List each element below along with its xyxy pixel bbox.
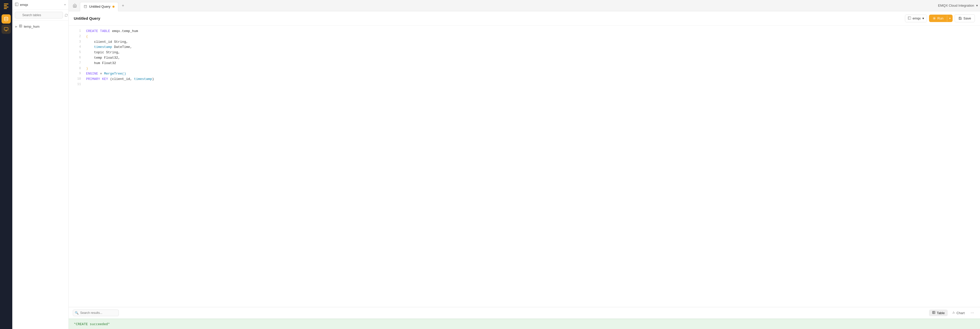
- code-content: ): [86, 66, 975, 72]
- nav-database-icon[interactable]: [2, 14, 11, 24]
- results-area: 🔍 Table: [68, 307, 980, 329]
- app-title-chevron: ▾: [976, 3, 978, 8]
- save-button[interactable]: Save: [955, 14, 975, 22]
- code-line-5: 5 topic String,: [68, 50, 980, 56]
- line-number: 6: [74, 56, 81, 60]
- top-bar: Untitled Query + EMQX Cloud Integration …: [68, 0, 980, 11]
- line-number: 9: [74, 71, 81, 76]
- db-sidebar-header: emqx ▾: [12, 0, 68, 10]
- line-number: 10: [74, 76, 81, 81]
- query-db-chevron: ▾: [923, 16, 924, 20]
- db-name-label: emqx: [20, 3, 28, 7]
- svg-rect-4: [19, 25, 22, 27]
- row-expand-icon: ▶: [15, 25, 18, 28]
- table-tab-icon: [932, 311, 935, 315]
- new-tab-button[interactable]: +: [119, 2, 127, 9]
- nav-message-icon[interactable]: [2, 25, 11, 34]
- line-number: 4: [74, 45, 81, 49]
- icon-bar: [0, 0, 12, 329]
- code-content: CREATE TABLE emqx.temp_hum: [86, 29, 975, 34]
- svg-rect-1: [4, 27, 8, 30]
- svg-rect-14: [932, 312, 935, 314]
- chart-tab-icon: [952, 311, 955, 315]
- code-editor[interactable]: 1 CREATE TABLE emqx.temp_hum 2 ( 3 clien…: [68, 25, 980, 307]
- icon-bar-nav: [0, 14, 12, 34]
- results-toolbar: 🔍 Table: [68, 307, 980, 319]
- results-more-button[interactable]: ···: [969, 309, 976, 316]
- chart-view-tab[interactable]: Chart: [949, 310, 968, 316]
- query-area: Untitled Query emqx ▾: [68, 11, 980, 329]
- chart-tab-label: Chart: [956, 311, 965, 315]
- app-title-area[interactable]: EMQX Cloud Integration ▾: [938, 3, 978, 8]
- code-line-3: 3 client_id String,: [68, 40, 980, 45]
- code-content: topic String,: [86, 50, 975, 56]
- search-tables-input[interactable]: [15, 12, 63, 19]
- table-name-label: temp_hum: [24, 25, 40, 29]
- results-search-wrap: 🔍: [73, 310, 119, 316]
- home-button[interactable]: [71, 2, 79, 10]
- query-tab[interactable]: Untitled Query: [80, 2, 118, 11]
- query-db-icon: [908, 16, 911, 21]
- tab-label: Untitled Query: [89, 5, 110, 8]
- query-title: Untitled Query: [74, 16, 905, 21]
- run-button[interactable]: Run ▾: [929, 14, 953, 22]
- line-number: 1: [74, 29, 81, 33]
- save-label: Save: [963, 16, 971, 20]
- table-tab-label: Table: [937, 311, 945, 315]
- code-content: client_id String,: [86, 40, 975, 45]
- query-actions: emqx ▾ Run ▾: [905, 14, 975, 22]
- line-number: 8: [74, 66, 81, 71]
- query-db-selector[interactable]: emqx ▾: [905, 14, 927, 22]
- refresh-button[interactable]: [65, 12, 68, 19]
- code-content: PRIMARY KEY (client_id, timestamp): [86, 76, 975, 82]
- svg-rect-10: [908, 17, 911, 19]
- table-search-wrap: 🔍: [15, 12, 63, 19]
- tab-modified-dot: [113, 6, 115, 8]
- db-icon: [15, 3, 18, 7]
- table-list: ▶ temp_hum: [12, 21, 68, 329]
- line-number: 3: [74, 40, 81, 45]
- query-header: Untitled Query emqx ▾: [68, 11, 980, 25]
- code-line-7: 7 hum Float32: [68, 61, 980, 66]
- search-bar-wrap: 🔍: [12, 10, 68, 21]
- db-name-selector[interactable]: emqx ▾: [15, 3, 66, 7]
- table-view-tab[interactable]: Table: [929, 310, 948, 316]
- line-number: 5: [74, 50, 81, 55]
- results-search-input[interactable]: [73, 310, 119, 316]
- code-line-2: 2 (: [68, 34, 980, 40]
- app-title: EMQX Cloud Integration: [938, 3, 974, 8]
- line-number: 2: [74, 34, 81, 39]
- success-message: "CREATE succeeded": [68, 319, 980, 329]
- code-line-9: 9 ENGINE = MergeTree(): [68, 71, 980, 76]
- main-area: Untitled Query + EMQX Cloud Integration …: [68, 0, 980, 329]
- app-logo: [2, 2, 10, 10]
- list-item[interactable]: ▶ temp_hum: [12, 23, 68, 30]
- db-selector-chevron: ▾: [64, 3, 66, 6]
- code-line-8: 8 ): [68, 66, 980, 72]
- svg-rect-2: [15, 3, 18, 6]
- code-line-11: 11: [68, 82, 980, 87]
- run-label: Run: [937, 16, 943, 20]
- code-content: ENGINE = MergeTree(): [86, 71, 975, 76]
- code-line-4: 4 timestamp DateTime,: [68, 45, 980, 50]
- code-content: (: [86, 34, 975, 40]
- code-content: hum Float32: [86, 61, 975, 66]
- code-content: timestamp DateTime,: [86, 45, 975, 50]
- query-db-name: emqx: [913, 16, 921, 20]
- results-view-tabs: Table Chart ···: [929, 309, 976, 316]
- line-number: 11: [74, 82, 81, 87]
- code-line-1: 1 CREATE TABLE emqx.temp_hum: [68, 29, 980, 34]
- run-button-main[interactable]: Run: [929, 14, 947, 22]
- svg-rect-8: [84, 5, 87, 8]
- code-content: temp Float32,: [86, 56, 975, 61]
- code-line-6: 6 temp Float32,: [68, 56, 980, 61]
- code-content: [86, 82, 975, 87]
- db-sidebar: emqx ▾ 🔍 ▶: [12, 0, 68, 329]
- table-icon: [19, 24, 22, 29]
- line-number: 7: [74, 61, 81, 65]
- svg-point-0: [4, 17, 8, 19]
- code-line-10: 10 PRIMARY KEY (client_id, timestamp): [68, 76, 980, 82]
- run-dropdown-button[interactable]: ▾: [947, 15, 953, 22]
